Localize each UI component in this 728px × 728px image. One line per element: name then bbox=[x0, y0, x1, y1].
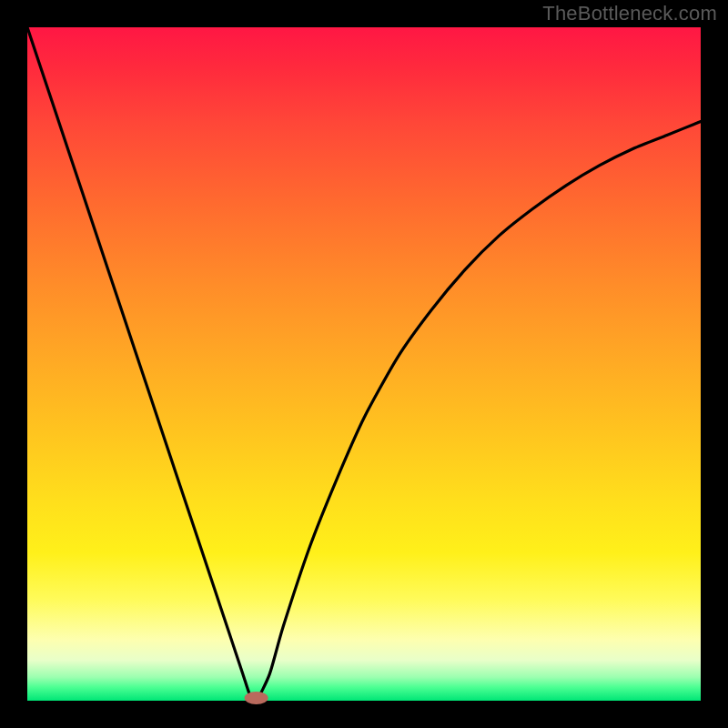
chart-svg bbox=[27, 27, 701, 701]
chart-frame: TheBottleneck.com bbox=[0, 0, 728, 728]
bottleneck-curve bbox=[27, 27, 701, 702]
min-marker bbox=[245, 692, 268, 704]
plot-area bbox=[27, 27, 701, 701]
watermark-text: TheBottleneck.com bbox=[542, 2, 717, 25]
